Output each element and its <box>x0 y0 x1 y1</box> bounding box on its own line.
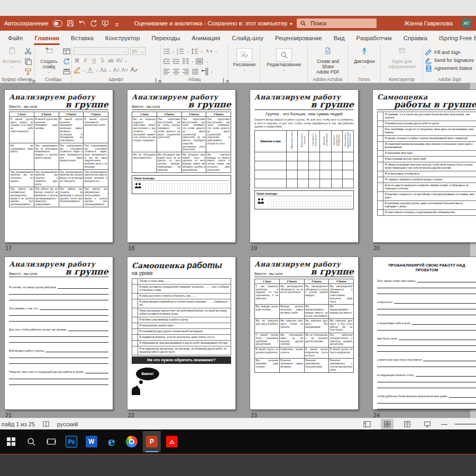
clear-formatting-icon[interactable]: A <box>130 66 137 75</box>
spellcheck-icon[interactable] <box>42 420 50 428</box>
section-icon[interactable] <box>62 67 70 75</box>
bold-button[interactable]: Ж <box>74 58 80 63</box>
font-size-combo[interactable]: 20⌄ <box>130 47 146 55</box>
taskbar-word-icon[interactable]: W <box>83 431 100 452</box>
tab-ispring-free-8[interactable]: iSpring Free 8 <box>433 31 476 45</box>
search-input[interactable] <box>309 20 373 27</box>
align-right-icon[interactable] <box>181 67 189 75</box>
tab-файл[interactable]: Файл <box>2 31 29 45</box>
align-center-icon[interactable] <box>172 67 180 75</box>
tab-вид[interactable]: Вид <box>328 31 351 45</box>
shrink-font-button[interactable]: A˅ <box>122 67 129 73</box>
tab-справка[interactable]: Справка <box>398 31 433 45</box>
agreement-status-button[interactable]: Agreement Status <box>425 64 475 72</box>
draw-button[interactable]: A Рисование⌄ <box>230 47 259 72</box>
character-spacing-button[interactable]: AV <box>116 58 123 63</box>
tab-вставка[interactable]: Вставка <box>65 31 99 45</box>
slide-thumbnail-18[interactable]: Анализируем работуВместе - мы силав груп… <box>127 89 236 243</box>
save-icon[interactable] <box>67 19 74 28</box>
dictate-button[interactable]: Диктофон⌄ <box>350 47 379 69</box>
taskbar-edge-icon[interactable]: e <box>103 431 121 452</box>
slide-thumbnail-22[interactable]: Самооценка работына урокеТеперь я точно … <box>127 257 236 410</box>
slide-thumbnail-21[interactable]: Анализируем работуВместе - мы силав груп… <box>4 257 113 410</box>
reading-view-icon[interactable] <box>401 419 414 429</box>
format-painter-icon[interactable] <box>24 67 32 75</box>
blank-line <box>45 352 108 352</box>
taskbar-start-icon[interactable] <box>2 431 20 452</box>
create-pdf-button[interactable]: Create and Share Adobe PDF <box>309 47 346 75</box>
taskbar-acrobat-icon[interactable] <box>163 431 181 452</box>
search-box[interactable] <box>297 19 377 28</box>
slideshow-view-icon[interactable] <box>421 419 434 429</box>
taskbar-photoshop-icon[interactable]: Ps <box>62 431 80 452</box>
slide-layout-icon[interactable] <box>62 47 70 55</box>
font-color-button[interactable]: А <box>87 67 94 73</box>
tab-слайд-шоу[interactable]: Слайд-шоу <box>226 31 269 45</box>
slide-thumbnail-19[interactable]: Анализируем работув группеГруппа - это б… <box>250 89 359 243</box>
title-caret-icon[interactable]: ▾ <box>290 21 292 26</box>
start-slideshow-icon[interactable] <box>102 19 109 28</box>
italic-button[interactable]: К <box>82 58 89 63</box>
taskbar-search-icon[interactable] <box>22 431 40 452</box>
slide-thumbnail-24[interactable]: ПРОАНАЛИЗИРУЙ СВОЮ РАБОТУ НАД ПРОЕКТОМЭт… <box>372 257 476 410</box>
fill-and-sign-button[interactable]: Fill and Sign <box>425 48 475 56</box>
copy-icon[interactable] <box>24 57 32 65</box>
slide-thumbnail-20[interactable]: Самооценкаработы в группеЯ понимаю, что … <box>372 89 476 243</box>
fill-in-group: мне было легко <box>377 334 476 352</box>
language-indicator[interactable]: русский <box>57 421 78 427</box>
tab-главная[interactable]: Главная <box>29 31 65 45</box>
slide-thumbnail-17[interactable]: Анализируем работуВместе - мы силав груп… <box>4 89 113 243</box>
send-for-signature-button[interactable]: Send for Signature <box>425 56 475 64</box>
clipboard-dialog-launcher-icon[interactable] <box>29 77 34 82</box>
taskbar-powerpoint-icon[interactable]: P <box>143 431 161 452</box>
decrease-indent-icon[interactable] <box>162 57 170 65</box>
slide-sorter-view-icon[interactable] <box>381 419 393 429</box>
user-name[interactable]: Жанна Гаврилова <box>404 20 453 26</box>
font-name-combo[interactable]: ⌄ <box>74 47 129 55</box>
empty-cell <box>298 152 309 161</box>
change-case-button[interactable]: Aa <box>100 67 107 73</box>
reset-slide-icon[interactable] <box>62 57 70 65</box>
quick-access-chevron-icon[interactable] <box>113 19 121 28</box>
line-spacing-icon[interactable] <box>191 47 199 55</box>
tab-анимация[interactable]: Анимация <box>186 31 226 45</box>
slide-thumbnail-23[interactable]: Анализируем работуВместе - мы силав груп… <box>250 257 359 410</box>
strikethrough-button[interactable]: ab <box>107 58 114 63</box>
tab-разработчик[interactable]: Разработчик <box>351 31 398 45</box>
tab-конструктор[interactable]: Конструктор <box>99 31 146 45</box>
score-cell: Мы не обсуждали наш новый опыт <box>132 152 157 172</box>
font-dialog-launcher-icon[interactable] <box>155 77 160 82</box>
zoom-slider[interactable] <box>455 424 476 425</box>
increase-indent-icon[interactable] <box>172 57 180 65</box>
slide-title-line2: в группе <box>310 101 354 108</box>
editing-button[interactable]: Редактирование⌄ <box>262 47 306 72</box>
justify-icon[interactable] <box>191 67 199 75</box>
taskbar-task-view-icon[interactable] <box>42 431 60 452</box>
shadow-button[interactable]: S <box>99 58 106 63</box>
bullets-icon[interactable] <box>162 47 170 55</box>
tab-переходы[interactable]: Переходы <box>145 31 186 45</box>
avatar[interactable]: ЖГ <box>461 18 472 29</box>
autosave-toggle[interactable] <box>53 20 62 27</box>
paste-button[interactable]: Вставить⌄ <box>2 47 23 76</box>
underline-button[interactable]: Ч <box>90 58 97 63</box>
align-left-icon[interactable] <box>162 67 170 75</box>
zoom-out-button[interactable]: — <box>441 420 447 428</box>
undo-icon[interactable] <box>78 19 86 28</box>
normal-view-icon[interactable] <box>361 419 373 429</box>
cut-icon[interactable] <box>24 47 32 55</box>
columns-icon[interactable] <box>181 57 189 65</box>
redo-icon[interactable] <box>90 19 97 28</box>
align-text-icon[interactable] <box>196 57 204 65</box>
smartart-icon[interactable] <box>200 67 208 75</box>
taskbar-chrome-icon[interactable] <box>123 431 141 452</box>
new-slide-button[interactable]: Создать слайд⌄ <box>36 47 61 76</box>
grow-font-button[interactable]: A˄ <box>113 67 120 73</box>
text-direction-icon[interactable]: ¶ <box>205 47 213 55</box>
tab-рецензирование[interactable]: Рецензирование <box>269 31 328 45</box>
design-ideas-button[interactable]: Идеи для оформления <box>382 47 422 70</box>
highlight-pen-icon[interactable] <box>74 66 80 75</box>
paragraph-dialog-launcher-icon[interactable] <box>223 77 227 82</box>
score-cell: В нашей группе все решения принимает оди… <box>34 117 59 143</box>
numbering-icon[interactable]: 123 <box>177 47 185 55</box>
